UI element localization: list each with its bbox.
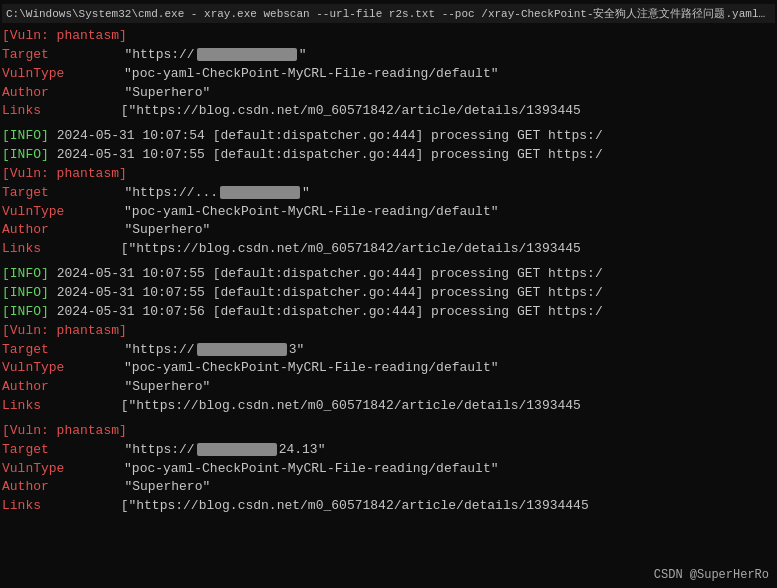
vulntype-key-4: VulnType xyxy=(2,461,64,476)
info-text-2a: 2024-05-31 10:07:55 [default:dispatcher.… xyxy=(57,266,603,281)
target-val-4: "https:// 24.13" xyxy=(124,442,325,457)
vuln-label-4: [Vuln: phantasm] xyxy=(2,423,127,438)
vuln-line-4: [Vuln: phantasm] xyxy=(2,422,775,441)
author-val-4: "Superhero" xyxy=(124,479,210,494)
links-line-2: Links ["https://blog.csdn.net/m0_6057184… xyxy=(2,240,775,259)
info-label-1a: [INFO] xyxy=(2,128,49,143)
links-key-2: Links xyxy=(2,241,41,256)
target-val-2: "https://... " xyxy=(124,185,309,200)
terminal-window: C:\Windows\System32\cmd.exe - xray.exe w… xyxy=(0,0,777,588)
author-line-2: Author "Superhero" xyxy=(2,221,775,240)
vulntype-val-3: "poc-yaml-CheckPoint-MyCRL-File-reading/… xyxy=(124,360,498,375)
author-val-1: "Superhero" xyxy=(124,85,210,100)
vulntype-val-4: "poc-yaml-CheckPoint-MyCRL-File-reading/… xyxy=(124,461,498,476)
vuln-line-2: [Vuln: phantasm] xyxy=(2,165,775,184)
info-label-2b: [INFO] xyxy=(2,285,49,300)
links-key-3: Links xyxy=(2,398,41,413)
author-line-3: Author "Superhero" xyxy=(2,378,775,397)
info-line-2a: [INFO] 2024-05-31 10:07:55 [default:disp… xyxy=(2,265,775,284)
links-val-4: ["https://blog.csdn.net/m0_60571842/arti… xyxy=(121,498,589,513)
vuln-line-1: [Vuln: phantasm] xyxy=(2,27,775,46)
info-line-1b: [INFO] 2024-05-31 10:07:55 [default:disp… xyxy=(2,146,775,165)
author-val-2: "Superhero" xyxy=(124,222,210,237)
links-line-4: Links ["https://blog.csdn.net/m0_6057184… xyxy=(2,497,775,516)
vuln-label-1: [Vuln: phantasm] xyxy=(2,28,127,43)
author-key-2: Author xyxy=(2,222,49,237)
author-key-1: Author xyxy=(2,85,49,100)
target-line-1: Target "https:// " xyxy=(2,46,775,65)
info-text-1a: 2024-05-31 10:07:54 [default:dispatcher.… xyxy=(57,128,603,143)
author-line-4: Author "Superhero" xyxy=(2,478,775,497)
author-line-1: Author "Superhero" xyxy=(2,84,775,103)
links-val-2: ["https://blog.csdn.net/m0_60571842/arti… xyxy=(121,241,581,256)
vuln-label-3: [Vuln: phantasm] xyxy=(2,323,127,338)
target-key-2: Target xyxy=(2,185,49,200)
vulntype-val-1: "poc-yaml-CheckPoint-MyCRL-File-reading/… xyxy=(124,66,498,81)
info-text-2c: 2024-05-31 10:07:56 [default:dispatcher.… xyxy=(57,304,603,319)
info-line-1a: [INFO] 2024-05-31 10:07:54 [default:disp… xyxy=(2,127,775,146)
vulntype-key-2: VulnType xyxy=(2,204,64,219)
target-val-1: "https:// " xyxy=(124,47,306,62)
target-line-3: Target "https:// 3" xyxy=(2,341,775,360)
watermark: CSDN @SuperHerRo xyxy=(654,568,769,582)
vulntype-line-2: VulnType "poc-yaml-CheckPoint-MyCRL-File… xyxy=(2,203,775,222)
vulntype-key-1: VulnType xyxy=(2,66,64,81)
target-key-1: Target xyxy=(2,47,49,62)
info-line-2b: [INFO] 2024-05-31 10:07:55 [default:disp… xyxy=(2,284,775,303)
target-val-3: "https:// 3" xyxy=(124,342,304,357)
target-key-3: Target xyxy=(2,342,49,357)
links-val-3: ["https://blog.csdn.net/m0_60571842/arti… xyxy=(121,398,581,413)
info-text-2b: 2024-05-31 10:07:55 [default:dispatcher.… xyxy=(57,285,603,300)
vulntype-line-4: VulnType "poc-yaml-CheckPoint-MyCRL-File… xyxy=(2,460,775,479)
author-key-4: Author xyxy=(2,479,49,494)
vulntype-key-3: VulnType xyxy=(2,360,64,375)
links-key-1: Links xyxy=(2,103,41,118)
target-line-4: Target "https:// 24.13" xyxy=(2,441,775,460)
info-label-2a: [INFO] xyxy=(2,266,49,281)
author-key-3: Author xyxy=(2,379,49,394)
links-key-4: Links xyxy=(2,498,41,513)
links-val-1: ["https://blog.csdn.net/m0_60571842/arti… xyxy=(121,103,581,118)
title-bar: C:\Windows\System32\cmd.exe - xray.exe w… xyxy=(2,4,775,23)
vulntype-line-1: VulnType "poc-yaml-CheckPoint-MyCRL-File… xyxy=(2,65,775,84)
links-line-3: Links ["https://blog.csdn.net/m0_6057184… xyxy=(2,397,775,416)
target-key-4: Target xyxy=(2,442,49,457)
author-val-3: "Superhero" xyxy=(124,379,210,394)
info-line-2c: [INFO] 2024-05-31 10:07:56 [default:disp… xyxy=(2,303,775,322)
target-line-2: Target "https://... " xyxy=(2,184,775,203)
vuln-line-3: [Vuln: phantasm] xyxy=(2,322,775,341)
vulntype-line-3: VulnType "poc-yaml-CheckPoint-MyCRL-File… xyxy=(2,359,775,378)
info-text-1b: 2024-05-31 10:07:55 [default:dispatcher.… xyxy=(57,147,603,162)
vuln-label-2: [Vuln: phantasm] xyxy=(2,166,127,181)
info-label-2c: [INFO] xyxy=(2,304,49,319)
links-line-1: Links ["https://blog.csdn.net/m0_6057184… xyxy=(2,102,775,121)
info-label-1b: [INFO] xyxy=(2,147,49,162)
vulntype-val-2: "poc-yaml-CheckPoint-MyCRL-File-reading/… xyxy=(124,204,498,219)
